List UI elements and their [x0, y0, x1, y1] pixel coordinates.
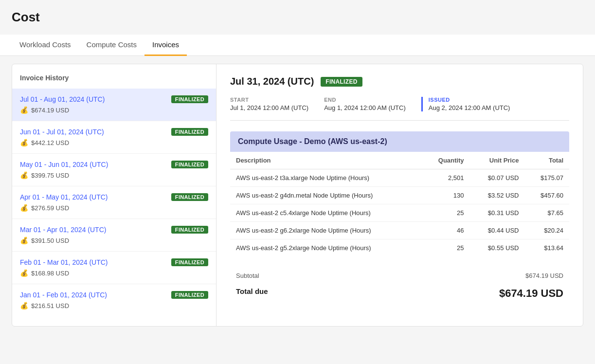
main-content: Invoice History Jul 01 - Aug 01, 2024 (U…: [12, 64, 583, 327]
invoice-item-date: Jan 01 - Feb 01, 2024 (UTC): [20, 291, 107, 299]
tab-invoices[interactable]: Invoices: [144, 35, 187, 56]
invoice-item-amount: 💰 $168.98 USD: [20, 269, 208, 277]
invoice-amount-value: $674.19 USD: [31, 107, 69, 114]
subtotal-value: $674.19 USD: [525, 272, 563, 279]
invoice-item-badge: FINALIZED: [171, 193, 208, 201]
total-due-row: Total due $674.19 USD: [230, 284, 569, 303]
col-description: Description: [230, 152, 422, 169]
coin-icon: 💰: [20, 302, 28, 309]
coin-icon: 💰: [20, 106, 28, 114]
usage-table: Description Quantity Unit Price Total AW…: [230, 152, 569, 256]
invoice-item[interactable]: Mar 01 - Apr 01, 2024 (UTC) FINALIZED 💰 …: [12, 219, 216, 252]
col-unit-price: Unit Price: [470, 152, 525, 169]
invoice-item-badge: FINALIZED: [171, 161, 208, 168]
invoice-amount-value: $391.50 USD: [31, 237, 69, 244]
issued-value: Aug 2, 2024 12:00 AM (UTC): [429, 104, 510, 111]
row-description: AWS us-east-2 g6.2xlarge Node Uptime (Ho…: [230, 222, 422, 239]
page-title: Cost: [12, 10, 583, 25]
row-unit-price: $0.31 USD: [470, 204, 525, 222]
invoice-item-amount: 💰 $442.12 USD: [20, 139, 208, 146]
table-row: AWS us-east-2 g4dn.metal Node Uptime (Ho…: [230, 187, 569, 204]
compute-usage-section: Compute Usage - Demo (AWS us-east-2) Des…: [230, 131, 569, 256]
invoice-item-amount: 💰 $399.75 USD: [20, 171, 208, 179]
invoice-item[interactable]: Jan 01 - Feb 01, 2024 (UTC) FINALIZED 💰 …: [12, 284, 216, 316]
invoice-item-date: Apr 01 - May 01, 2024 (UTC): [20, 193, 108, 201]
end-label: END: [324, 97, 406, 103]
row-total: $20.24: [524, 222, 569, 239]
detail-header: Jul 31, 2024 (UTC) FINALIZED: [230, 76, 569, 87]
col-total: Total: [524, 152, 569, 169]
invoice-list: Jul 01 - Aug 01, 2024 (UTC) FINALIZED 💰 …: [12, 89, 216, 316]
col-quantity: Quantity: [422, 152, 470, 169]
invoice-item[interactable]: Jun 01 - Jul 01, 2024 (UTC) FINALIZED 💰 …: [12, 121, 216, 154]
row-quantity: 25: [422, 204, 470, 222]
invoice-item-amount: 💰 $391.50 USD: [20, 237, 208, 244]
invoice-item[interactable]: Apr 01 - May 01, 2024 (UTC) FINALIZED 💰 …: [12, 186, 216, 219]
invoice-item[interactable]: Jul 01 - Aug 01, 2024 (UTC) FINALIZED 💰 …: [12, 89, 216, 121]
detail-date: Jul 31, 2024 (UTC): [230, 76, 314, 87]
tab-workload-costs[interactable]: Workload Costs: [12, 35, 79, 56]
row-description: AWS us-east-2 g5.2xlarge Node Uptime (Ho…: [230, 239, 422, 257]
sidebar-title: Invoice History: [12, 74, 216, 89]
row-total: $7.65: [524, 204, 569, 222]
row-total: $175.07: [524, 169, 569, 187]
invoice-item-amount: 💰 $216.51 USD: [20, 302, 208, 309]
row-quantity: 46: [422, 222, 470, 239]
row-quantity: 130: [422, 187, 470, 204]
table-row: AWS us-east-2 g6.2xlarge Node Uptime (Ho…: [230, 222, 569, 239]
invoice-item-date: May 01 - Jun 01, 2024 (UTC): [20, 161, 108, 168]
invoice-item[interactable]: Feb 01 - Mar 01, 2024 (UTC) FINALIZED 💰 …: [12, 252, 216, 284]
invoice-amount-value: $276.59 USD: [31, 204, 69, 212]
start-label: START: [230, 97, 308, 103]
start-date-item: START Jul 1, 2024 12:00 AM (UTC): [230, 97, 324, 111]
table-row: AWS us-east-2 t3a.xlarge Node Uptime (Ho…: [230, 169, 569, 187]
invoice-item-badge: FINALIZED: [171, 226, 208, 234]
table-row: AWS us-east-2 g5.2xlarge Node Uptime (Ho…: [230, 239, 569, 257]
end-value: Aug 1, 2024 12:00 AM (UTC): [324, 104, 406, 111]
page-wrapper: Cost Workload Costs Compute Costs Invoic…: [0, 0, 595, 364]
row-unit-price: $0.44 USD: [470, 222, 525, 239]
detail-panel: Jul 31, 2024 (UTC) FINALIZED START Jul 1…: [216, 64, 583, 326]
usage-table-body: AWS us-east-2 t3a.xlarge Node Uptime (Ho…: [230, 169, 569, 257]
invoice-amount-value: $399.75 USD: [31, 172, 69, 179]
coin-icon: 💰: [20, 204, 28, 212]
end-date-item: END Aug 1, 2024 12:00 AM (UTC): [324, 97, 421, 111]
invoice-item-amount: 💰 $674.19 USD: [20, 106, 208, 114]
invoice-amount-value: $168.98 USD: [31, 270, 69, 277]
invoice-item-date: Jun 01 - Jul 01, 2024 (UTC): [20, 128, 104, 136]
invoice-amount-value: $216.51 USD: [31, 302, 69, 309]
invoice-item-date: Mar 01 - Apr 01, 2024 (UTC): [20, 226, 106, 234]
date-range-row: START Jul 1, 2024 12:00 AM (UTC) END Aug…: [230, 97, 569, 121]
tabs-container: Workload Costs Compute Costs Invoices: [0, 35, 595, 56]
tab-compute-costs[interactable]: Compute Costs: [79, 35, 144, 56]
row-quantity: 25: [422, 239, 470, 257]
row-description: AWS us-east-2 t3a.xlarge Node Uptime (Ho…: [230, 169, 422, 187]
compute-section-title: Compute Usage - Demo (AWS us-east-2): [230, 131, 569, 152]
invoice-item-amount: 💰 $276.59 USD: [20, 204, 208, 212]
detail-status-badge: FINALIZED: [321, 77, 362, 87]
coin-icon: 💰: [20, 237, 28, 244]
invoice-amount-value: $442.12 USD: [31, 139, 69, 146]
coin-icon: 💰: [20, 171, 28, 179]
subtotal-label: Subtotal: [236, 272, 259, 279]
invoice-item-badge: FINALIZED: [171, 258, 208, 266]
invoice-item[interactable]: May 01 - Jun 01, 2024 (UTC) FINALIZED 💰 …: [12, 154, 216, 186]
row-total: $457.60: [524, 187, 569, 204]
row-unit-price: $0.55 USD: [470, 239, 525, 257]
coin-icon: 💰: [20, 269, 28, 277]
invoice-item-date: Feb 01 - Mar 01, 2024 (UTC): [20, 258, 108, 266]
issued-date-item: ISSUED Aug 2, 2024 12:00 AM (UTC): [421, 97, 526, 111]
row-description: AWS us-east-2 c5.4xlarge Node Uptime (Ho…: [230, 204, 422, 222]
issued-label: ISSUED: [429, 97, 510, 103]
invoice-item-date: Jul 01 - Aug 01, 2024 (UTC): [20, 95, 105, 103]
totals-section: Subtotal $674.19 USD Total due $674.19 U…: [230, 264, 569, 303]
row-quantity: 2,501: [422, 169, 470, 187]
row-description: AWS us-east-2 g4dn.metal Node Uptime (Ho…: [230, 187, 422, 204]
total-due-value: $674.19 USD: [499, 287, 563, 300]
row-unit-price: $3.52 USD: [470, 187, 525, 204]
row-total: $13.64: [524, 239, 569, 257]
table-row: AWS us-east-2 c5.4xlarge Node Uptime (Ho…: [230, 204, 569, 222]
subtotal-row: Subtotal $674.19 USD: [230, 269, 569, 282]
invoice-item-badge: FINALIZED: [171, 291, 208, 299]
invoice-item-badge: FINALIZED: [171, 128, 208, 136]
